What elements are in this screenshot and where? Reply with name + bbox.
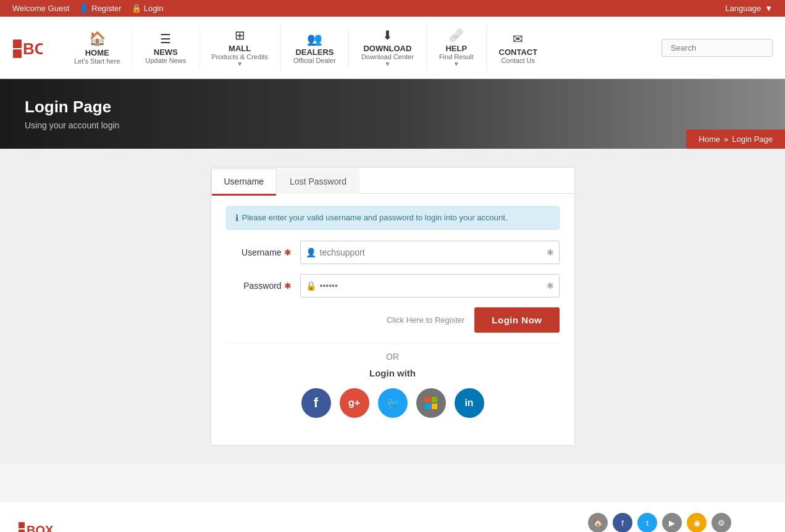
googleplus-icon: g+ bbox=[348, 397, 360, 409]
page-title: Login Page bbox=[25, 98, 760, 117]
nav-dealers[interactable]: 👥 DEALERS Official Dealer bbox=[281, 27, 349, 69]
footer-social-icons: 🏠 f t ▶ ◉ ⚙ bbox=[588, 513, 766, 532]
page-banner: Login Page Using your account login Home… bbox=[0, 79, 785, 149]
card-body: ℹ Please enter your valid username and p… bbox=[211, 194, 574, 445]
password-input[interactable] bbox=[320, 275, 547, 297]
linkedin-login-button[interactable]: in bbox=[455, 388, 484, 418]
footer-twitter-icon[interactable]: t bbox=[637, 513, 657, 532]
footer-logo[interactable]: BOX bbox=[19, 520, 62, 533]
password-label: Password ✱ bbox=[226, 281, 300, 291]
logo[interactable]: BOX bbox=[12, 35, 43, 60]
mall-arrow: ▼ bbox=[237, 60, 243, 67]
lock-field-icon: 🔒 bbox=[306, 281, 316, 291]
footer-settings-icon[interactable]: ⚙ bbox=[712, 513, 731, 532]
chevron-down-icon: ▼ bbox=[765, 4, 773, 13]
social-login-buttons: f g+ 🐦 in bbox=[226, 388, 560, 433]
login-with-label: Login with bbox=[226, 368, 560, 378]
footer-home-icon[interactable]: 🏠 bbox=[588, 513, 608, 532]
username-label: Username ✱ bbox=[226, 247, 300, 257]
password-row: Password ✱ 🔒 ✱ bbox=[226, 274, 560, 297]
footer-facebook-icon[interactable]: f bbox=[613, 513, 632, 532]
welcome-text: Welcome Guest bbox=[12, 4, 69, 13]
register-link[interactable]: 👤 Register bbox=[79, 4, 121, 13]
svg-text:BOX: BOX bbox=[23, 39, 43, 58]
help-icon: 🩹 bbox=[448, 28, 464, 43]
info-icon: ℹ bbox=[235, 213, 238, 223]
mall-icon: ⊞ bbox=[235, 28, 245, 43]
login-card: Username Lost Password ℹ Please enter yo… bbox=[211, 167, 575, 446]
lock-icon: 🔒 bbox=[132, 4, 141, 13]
password-required: ✱ bbox=[284, 281, 292, 291]
footer-right: 🏠 f t ▶ ◉ ⚙ Copyright © 2021 MFC Team Al… bbox=[588, 513, 766, 532]
header: BOX 🏠 HOME Let's Start here ☰ NEWS Updat… bbox=[0, 17, 785, 79]
page-subtitle: Using your account login bbox=[25, 120, 760, 130]
logo-icon: BOX bbox=[12, 35, 43, 60]
svg-rect-3 bbox=[19, 522, 25, 528]
or-divider: OR bbox=[226, 343, 560, 362]
top-bar: Welcome Guest 👤 Register 🔒 Login Languag… bbox=[0, 0, 785, 17]
microsoft-login-button[interactable] bbox=[416, 388, 446, 418]
svg-rect-4 bbox=[19, 530, 25, 533]
login-tabs: Username Lost Password bbox=[211, 168, 574, 194]
dealers-icon: 👥 bbox=[307, 31, 322, 46]
nav-news[interactable]: ☰ NEWS Update News bbox=[133, 27, 199, 69]
nav-home[interactable]: 🏠 HOME Let's Start here bbox=[62, 26, 133, 70]
breadcrumb-separator: » bbox=[724, 135, 728, 144]
username-row: Username ✱ 👤 ✱ bbox=[226, 241, 560, 264]
footer: BOX 🏠 f t ▶ ◉ ⚙ Copyright © 2021 MFC Tea… bbox=[0, 501, 785, 532]
svg-text:BOX: BOX bbox=[27, 523, 54, 533]
breadcrumb: Home » Login Page bbox=[686, 130, 785, 149]
footer-rss-icon[interactable]: ◉ bbox=[687, 513, 707, 532]
user-field-icon: 👤 bbox=[306, 247, 316, 257]
nav-mall[interactable]: ⊞ MALL Products & Credits ▼ bbox=[199, 23, 281, 72]
tab-username[interactable]: Username bbox=[211, 168, 277, 194]
login-button[interactable]: Login Now bbox=[474, 307, 559, 333]
contact-icon: ✉ bbox=[513, 31, 523, 46]
svg-rect-1 bbox=[13, 49, 22, 58]
footer-video-icon[interactable]: ▶ bbox=[662, 513, 682, 532]
twitter-icon: 🐦 bbox=[386, 396, 400, 410]
register-here-link[interactable]: Click Here to Register bbox=[387, 315, 464, 325]
svg-rect-0 bbox=[13, 39, 22, 48]
facebook-icon: f bbox=[314, 395, 318, 411]
breadcrumb-current: Login Page bbox=[732, 135, 773, 144]
news-icon: ☰ bbox=[160, 31, 171, 46]
home-icon: 🏠 bbox=[89, 31, 106, 47]
username-clear-icon[interactable]: ✱ bbox=[547, 247, 554, 257]
info-message: ℹ Please enter your valid username and p… bbox=[226, 206, 560, 230]
main-nav: 🏠 HOME Let's Start here ☰ NEWS Update Ne… bbox=[62, 23, 661, 72]
username-required: ✱ bbox=[284, 247, 292, 257]
linkedin-icon: in bbox=[464, 397, 473, 409]
nav-help[interactable]: 🩹 HELP Find Result ▼ bbox=[427, 23, 487, 72]
download-icon: ⬇ bbox=[382, 28, 393, 43]
microsoft-icon bbox=[425, 397, 437, 409]
googleplus-login-button[interactable]: g+ bbox=[340, 388, 369, 418]
language-selector[interactable]: Language ▼ bbox=[725, 4, 773, 13]
form-actions: Click Here to Register Login Now bbox=[226, 307, 560, 333]
login-link[interactable]: 🔒 Login bbox=[132, 4, 164, 13]
nav-contact[interactable]: ✉ CONTACT Contact Us bbox=[487, 27, 550, 69]
twitter-login-button[interactable]: 🐦 bbox=[378, 388, 408, 418]
password-clear-icon[interactable]: ✱ bbox=[547, 281, 554, 291]
tab-lost-password[interactable]: Lost Password bbox=[277, 168, 359, 194]
top-bar-left: Welcome Guest 👤 Register 🔒 Login bbox=[12, 4, 163, 13]
nav-download[interactable]: ⬇ DOWNLOAD Download Center ▼ bbox=[349, 23, 427, 72]
username-input[interactable] bbox=[320, 241, 547, 264]
breadcrumb-home[interactable]: Home bbox=[699, 135, 720, 144]
facebook-login-button[interactable]: f bbox=[301, 388, 331, 418]
download-arrow: ▼ bbox=[384, 60, 390, 67]
password-input-wrapper: 🔒 ✱ bbox=[300, 274, 560, 297]
help-arrow: ▼ bbox=[453, 60, 460, 67]
search-input[interactable] bbox=[661, 39, 773, 57]
username-input-wrapper: 👤 ✱ bbox=[300, 241, 560, 264]
main-content: Username Lost Password ℹ Please enter yo… bbox=[0, 149, 785, 464]
header-search[interactable] bbox=[661, 39, 773, 57]
user-icon: 👤 bbox=[79, 4, 89, 13]
